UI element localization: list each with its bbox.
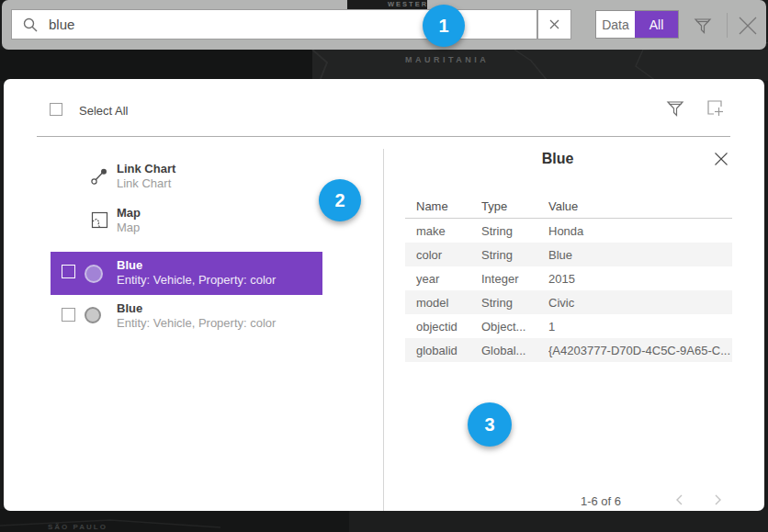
callout-2: 2 xyxy=(319,179,361,221)
scope-all-button[interactable]: All xyxy=(635,11,678,38)
table-row[interactable]: model String Civic xyxy=(405,290,732,314)
list-item-subtitle: Entity: Vehicle, Property: color xyxy=(117,316,276,330)
list-item-subtitle: Map xyxy=(117,221,140,234)
panel-filter-button[interactable] xyxy=(665,99,685,119)
entity-circle-icon xyxy=(85,307,101,323)
add-selection-icon xyxy=(706,99,725,118)
map-label-mauritania: MAURITANIA xyxy=(405,55,489,64)
close-icon xyxy=(714,152,728,166)
scope-toggle: Data All xyxy=(595,10,679,39)
detail-close-button[interactable] xyxy=(712,151,730,169)
list-item-subtitle: Link Chart xyxy=(117,176,171,190)
list-item-title[interactable]: Map xyxy=(117,206,141,220)
select-all-checkbox[interactable] xyxy=(50,103,62,116)
pagination-next-button[interactable] xyxy=(706,489,729,513)
list-item-subtitle: Entity: Vehicle, Property: color xyxy=(117,273,276,287)
list-item-title: Blue xyxy=(117,258,142,272)
filter-icon xyxy=(694,17,712,35)
table-row[interactable]: color String Blue xyxy=(405,243,732,266)
pagination-prev-button[interactable] xyxy=(668,489,692,513)
list-item-title[interactable]: Link Chart xyxy=(117,162,175,175)
filter-icon xyxy=(666,99,684,118)
map-icon xyxy=(91,211,108,229)
column-header: Name xyxy=(405,199,481,213)
results-panel: Select All Link Chart Link Chart xyxy=(4,79,764,511)
close-search-button[interactable] xyxy=(732,12,763,39)
entity-circle-icon xyxy=(85,265,103,283)
column-header: Type xyxy=(481,199,548,213)
close-icon xyxy=(737,15,759,37)
toolbar-filter-button[interactable] xyxy=(691,14,715,38)
clear-x-icon xyxy=(549,19,559,29)
chevron-right-icon xyxy=(712,492,723,507)
map-label-sao-paulo: SÃO PAULO xyxy=(48,523,107,531)
toolbar-divider xyxy=(727,13,728,38)
list-detail-divider xyxy=(383,149,384,511)
link-chart-icon xyxy=(90,167,108,186)
chevron-left-icon xyxy=(674,492,685,507)
scope-data-button[interactable]: Data xyxy=(596,11,635,38)
column-header: Value xyxy=(548,199,732,213)
app-window: MAURITANIA SÃO PAULO Data All xyxy=(0,0,768,532)
detail-title: Blue xyxy=(383,151,732,167)
list-item-selected[interactable]: Blue Entity: Vehicle, Property: color xyxy=(51,252,322,295)
table-header-row: Name Type Value xyxy=(405,195,732,219)
table-row[interactable]: year Integer 2015 xyxy=(405,266,732,290)
callout-3: 3 xyxy=(468,402,512,447)
attribute-table: Name Type Value make String Honda color … xyxy=(405,195,732,362)
clear-search-button[interactable] xyxy=(537,9,571,40)
header-divider xyxy=(37,136,730,137)
item-checkbox[interactable] xyxy=(62,265,75,278)
add-to-selection-button[interactable] xyxy=(706,99,726,119)
select-all-label: Select All xyxy=(79,104,128,118)
item-checkbox[interactable] xyxy=(62,308,75,322)
table-row[interactable]: globalid Global... {A4203777-D70D-4C5C-9… xyxy=(405,338,732,362)
callout-1: 1 xyxy=(423,5,465,47)
map-label-western-sahara: WESTER xyxy=(347,0,427,9)
search-icon xyxy=(23,17,38,32)
table-row[interactable]: objectid Object... 1 xyxy=(405,314,732,338)
pagination-label: 1-6 of 6 xyxy=(555,494,647,508)
table-row[interactable]: make String Honda xyxy=(405,219,732,243)
list-item-title[interactable]: Blue xyxy=(117,301,142,315)
